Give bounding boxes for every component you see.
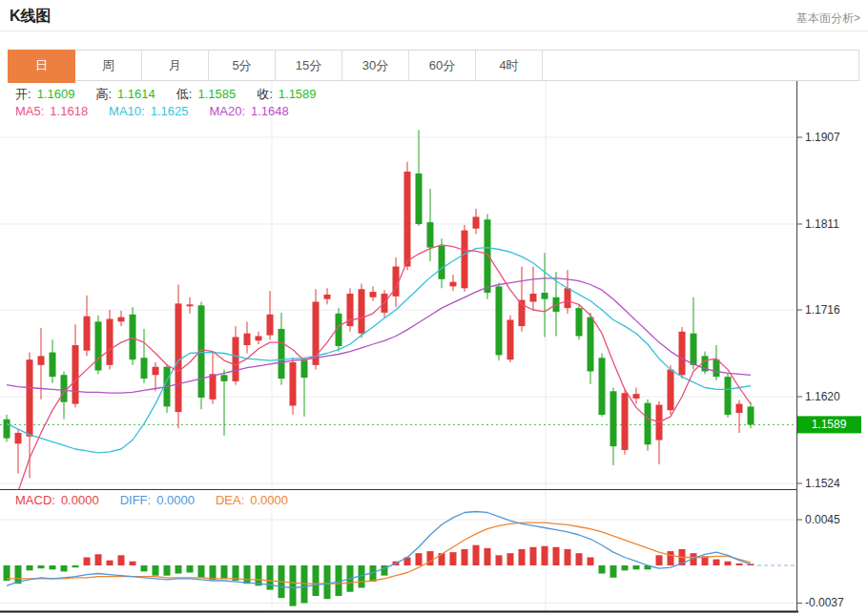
candle-body — [713, 359, 720, 377]
candle-body — [84, 317, 91, 351]
legend-value: 1.1589 — [279, 87, 317, 101]
interval-tab-60分[interactable]: 60分 — [409, 51, 476, 80]
candle-body — [565, 288, 571, 308]
macd-bar — [221, 565, 228, 579]
candle-body — [107, 319, 114, 365]
price-axis-label: 1.1811 — [805, 217, 839, 231]
macd-bar — [187, 565, 194, 572]
legend-item: MACD:0.0000 — [15, 493, 105, 507]
legend-label: DIFF: — [120, 493, 152, 507]
candle-body — [221, 375, 228, 381]
legend-item: MA20:1.1648 — [209, 104, 294, 118]
legend-value: 1.1614 — [117, 87, 155, 101]
macd-bar — [725, 562, 732, 565]
candle-body — [645, 403, 651, 445]
macd-bar — [427, 551, 434, 565]
candle-body — [427, 222, 434, 248]
macd-bar — [176, 565, 182, 574]
macd-bar — [485, 548, 491, 565]
macd-bar — [473, 545, 480, 565]
candle-body — [290, 362, 297, 405]
interval-tab-月[interactable]: 月 — [142, 51, 209, 80]
macd-bar — [290, 565, 297, 606]
legend-label: MACD: — [15, 493, 55, 507]
candle-body — [256, 337, 262, 341]
candle-body — [4, 420, 10, 439]
candle-body — [176, 303, 182, 412]
kline-chart-canvas[interactable]: 1.19071.18111.17161.16201.15240.0045-0.0… — [0, 81, 868, 615]
macd-bar — [565, 549, 571, 565]
candle-body — [485, 219, 491, 293]
candle-body — [473, 216, 480, 228]
interval-tab-15分[interactable]: 15分 — [276, 51, 342, 80]
macd-bar — [519, 549, 526, 565]
candle-body — [210, 374, 217, 400]
tab-bar-filler — [543, 51, 858, 80]
candle-body — [633, 394, 640, 399]
candle-body — [118, 318, 125, 322]
legend-item: 低:1.1585 — [176, 86, 241, 103]
legend-label: 低: — [176, 87, 193, 101]
candle-body — [439, 246, 445, 279]
legend-value: 1.1618 — [50, 104, 88, 118]
ohlc-legend: 开:1.1609高:1.1614低:1.1585收:1.1589 — [15, 86, 338, 103]
candles-group — [4, 130, 754, 478]
macd-bar — [313, 565, 320, 596]
legend-value: 1.1585 — [197, 87, 236, 101]
legend-item: 高:1.1614 — [95, 86, 160, 103]
ma5-line — [7, 245, 751, 523]
current-price-badge-label: 1.1589 — [812, 418, 847, 431]
dea-line — [7, 523, 751, 584]
legend-label: MA10: — [109, 104, 145, 118]
candle-body — [141, 358, 148, 379]
interval-tab-日[interactable]: 日 — [8, 50, 75, 83]
candle-body — [416, 174, 423, 224]
legend-value: 1.1609 — [37, 87, 75, 101]
candle-body — [404, 172, 411, 267]
legend-label: DEA: — [216, 493, 244, 507]
header-divider — [0, 31, 868, 31]
candle-body — [130, 315, 136, 359]
macd-axis-label: -0.0037 — [805, 596, 844, 609]
candle-body — [576, 308, 583, 336]
macd-bar — [256, 565, 262, 585]
legend-item: MA10:1.1625 — [109, 104, 194, 118]
legend-value: 0.0000 — [250, 493, 288, 507]
candle-body — [610, 391, 617, 446]
macd-bar — [668, 551, 674, 565]
macd-bar — [210, 565, 217, 580]
macd-bar — [267, 565, 274, 590]
macd-bar — [95, 554, 102, 565]
candle-body — [530, 294, 537, 302]
macd-bar — [450, 552, 457, 565]
legend-item: 收:1.1589 — [257, 86, 321, 103]
candle-body — [15, 433, 22, 443]
legend-label: 高: — [95, 87, 112, 101]
macd-bar — [610, 565, 617, 578]
legend-value: 0.0000 — [61, 493, 99, 507]
legend-label: 开: — [15, 87, 31, 101]
interval-tab-4时[interactable]: 4时 — [476, 51, 543, 80]
macd-bar — [507, 553, 514, 565]
fundamental-analysis-link[interactable]: 基本面分析> — [796, 10, 860, 27]
legend-item: DIFF:0.0000 — [120, 493, 200, 507]
price-axis-label: 1.1620 — [805, 390, 840, 403]
interval-tab-5分[interactable]: 5分 — [209, 51, 276, 80]
macd-bar — [462, 549, 468, 565]
candle-body — [736, 404, 743, 413]
interval-tab-30分[interactable]: 30分 — [342, 51, 409, 80]
candle-body — [72, 345, 79, 404]
price-axis-label: 1.1524 — [805, 477, 840, 490]
candle-body — [542, 293, 548, 299]
candle-body — [187, 304, 194, 306]
macd-bar — [656, 555, 663, 565]
ma10-line — [7, 248, 751, 453]
legend-value: 1.1648 — [251, 104, 289, 118]
macd-bar — [530, 547, 537, 565]
candle-body — [359, 289, 365, 333]
macd-bar — [141, 565, 148, 571]
kline-page: K线图 基本面分析> 日周月5分15分30分60分4时 开:1.1609高:1.… — [0, 0, 868, 615]
candle-body — [725, 377, 732, 415]
interval-tab-周[interactable]: 周 — [75, 51, 142, 80]
macd-bar — [736, 564, 743, 565]
